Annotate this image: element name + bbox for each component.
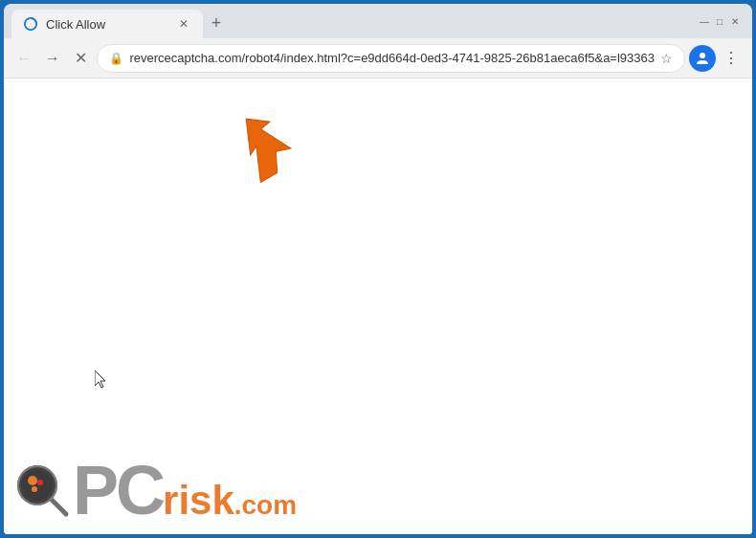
reload-button[interactable]: ✕ [69,45,94,72]
svg-point-8 [32,486,37,492]
svg-point-7 [37,480,43,485]
watermark: PC risk .com [13,456,297,525]
pc-text: PC [73,456,163,525]
active-tab[interactable]: Click Allow ✕ [11,10,203,38]
pcrisk-logo-icon [13,461,71,519]
page-content: PC risk .com [4,78,752,534]
close-button[interactable]: ✕ [729,15,741,27]
lock-icon: 🔒 [109,52,123,65]
svg-point-1 [700,53,705,58]
watermark-text: PC risk .com [73,456,297,525]
address-bar[interactable]: 🔒 revercecaptcha.com/robot4/index.html?c… [97,44,685,73]
profile-button[interactable] [689,45,716,72]
risk-text: risk [163,481,234,521]
toolbar: ← → ✕ 🔒 revercecaptcha.com/robot4/index.… [4,38,752,78]
title-bar: Click Allow ✕ + — □ ✕ [4,4,752,38]
svg-marker-3 [233,107,298,182]
url-text: revercecaptcha.com/robot4/index.html?c=e… [129,51,655,65]
forward-button[interactable]: → [40,45,65,72]
new-tab-button[interactable]: + [203,10,230,36]
svg-point-5 [22,470,53,501]
back-button[interactable]: ← [11,45,36,72]
com-text: .com [234,492,297,519]
mouse-cursor [95,370,108,390]
menu-button[interactable]: ⋮ [718,45,745,72]
tab-title: Click Allow [46,17,105,32]
arrow-svg [233,107,300,184]
toolbar-right: ⋮ [689,45,745,72]
avatar-icon [695,51,710,66]
svg-line-9 [52,500,66,514]
tab-favicon [23,16,38,32]
browser-window: Click Allow ✕ + — □ ✕ ← → ✕ [4,4,752,534]
maximize-button[interactable]: □ [714,15,725,27]
tabs-area: Click Allow ✕ + [4,4,687,38]
svg-point-6 [28,476,37,485]
favicon-svg [24,17,37,31]
window-controls: — □ ✕ [687,4,752,38]
bookmark-icon[interactable]: ☆ [660,51,673,66]
cursor-svg [95,370,108,390]
tab-close-button[interactable]: ✕ [176,16,191,32]
minimize-button[interactable]: — [699,15,710,27]
